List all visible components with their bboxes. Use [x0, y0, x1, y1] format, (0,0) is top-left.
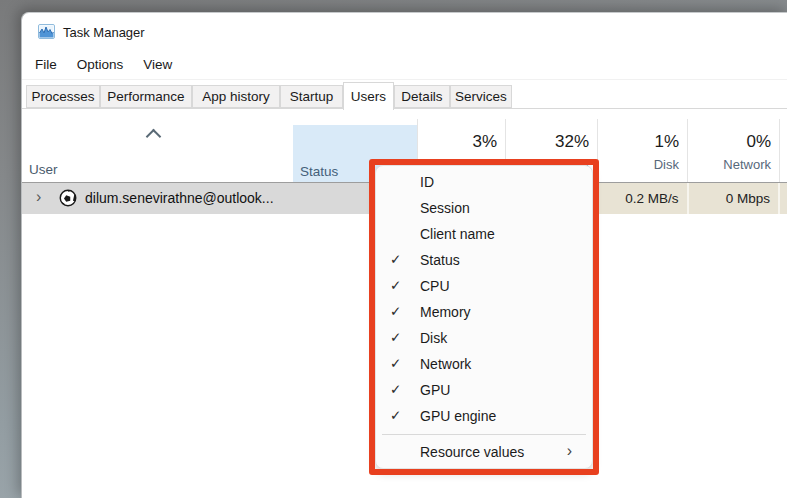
column-picker-context-menu: ✓ ID ✓ Session ✓ Client name ✓ Status ✓ … — [375, 165, 593, 469]
tab-services[interactable]: Services — [450, 85, 512, 108]
menu-item-gpu[interactable]: ✓ GPU — [376, 377, 592, 403]
user-disk-value: 0.2 MB/s — [598, 183, 687, 214]
window-title: Task Manager — [63, 23, 145, 40]
title-bar: Task Manager — [22, 13, 145, 49]
checkmark-icon: ✓ — [390, 273, 401, 299]
task-manager-window: Task Manager File Options View Processes… — [21, 12, 787, 498]
memory-total-percent: 32% — [506, 132, 597, 152]
menu-item-label: Memory — [420, 304, 471, 320]
tab-app-history[interactable]: App history — [192, 85, 280, 108]
submenu-arrow-icon: › — [567, 438, 572, 464]
menu-item-label: Client name — [420, 226, 495, 242]
menubar-divider — [22, 79, 787, 80]
user-row-resource-cells: 0.2 MB/s 0 Mbps — [598, 183, 787, 214]
cpu-total-percent: 3% — [418, 132, 505, 152]
user-name: dilum.senevirathne@outlook... — [85, 190, 274, 206]
menu-file[interactable]: File — [25, 54, 67, 75]
network-header-label: Network — [688, 157, 779, 172]
checkmark-icon: ✓ — [390, 377, 401, 403]
menu-item-label: Session — [420, 200, 470, 216]
tabstrip-baseline — [22, 108, 787, 109]
network-total-percent: 0% — [688, 132, 779, 152]
menu-item-label: Status — [420, 252, 460, 268]
menu-separator — [382, 434, 586, 435]
menu-options[interactable]: Options — [67, 54, 134, 75]
tab-strip: Processes Performance App history Startu… — [22, 81, 787, 109]
menu-item-network[interactable]: ✓ Network — [376, 351, 592, 377]
menu-item-client-name[interactable]: ✓ Client name — [376, 221, 592, 247]
disk-header-label: Disk — [598, 157, 687, 172]
user-network-value: 0 Mbps — [687, 183, 778, 214]
checkmark-icon: ✓ — [390, 299, 401, 325]
checkmark-icon: ✓ — [390, 247, 401, 273]
status-header-label: Status — [300, 164, 338, 179]
menu-item-id[interactable]: ✓ ID — [376, 169, 592, 195]
expand-chevron-icon[interactable]: › — [36, 188, 41, 206]
sort-ascending-icon — [146, 129, 162, 145]
user-row-filler-cell — [778, 183, 787, 214]
menu-item-label: ID — [420, 174, 434, 190]
menu-item-cpu[interactable]: ✓ CPU — [376, 273, 592, 299]
checkmark-icon: ✓ — [390, 351, 401, 377]
checkmark-icon: ✓ — [390, 325, 401, 351]
column-header-user[interactable]: User — [29, 162, 58, 177]
menu-item-label: GPU engine — [420, 408, 496, 424]
menu-view[interactable]: View — [133, 54, 182, 75]
menu-item-label: GPU — [420, 382, 450, 398]
menu-item-label: Resource values — [420, 444, 524, 460]
checkmark-icon: ✓ — [390, 403, 401, 429]
tab-users[interactable]: Users — [343, 82, 394, 110]
menu-bar: File Options View — [22, 51, 182, 77]
tab-startup[interactable]: Startup — [280, 85, 343, 108]
menu-item-label: Network — [420, 356, 471, 372]
menu-item-label: CPU — [420, 278, 450, 294]
task-manager-app-icon — [38, 24, 55, 39]
tab-processes[interactable]: Processes — [26, 85, 100, 108]
column-header-network[interactable]: 0% Network — [687, 119, 780, 182]
user-avatar-soccer-ball-icon — [59, 189, 77, 207]
menu-item-gpu-engine[interactable]: ✓ GPU engine — [376, 403, 592, 429]
tab-details[interactable]: Details — [394, 85, 450, 108]
menu-item-resource-values[interactable]: Resource values › — [376, 439, 592, 465]
tab-performance[interactable]: Performance — [100, 85, 192, 108]
column-header-disk[interactable]: 1% Disk — [597, 119, 687, 182]
menu-item-session[interactable]: ✓ Session — [376, 195, 592, 221]
disk-total-percent: 1% — [598, 132, 687, 152]
menu-item-memory[interactable]: ✓ Memory — [376, 299, 592, 325]
menu-item-status[interactable]: ✓ Status — [376, 247, 592, 273]
menu-item-disk[interactable]: ✓ Disk — [376, 325, 592, 351]
menu-item-label: Disk — [420, 330, 447, 346]
